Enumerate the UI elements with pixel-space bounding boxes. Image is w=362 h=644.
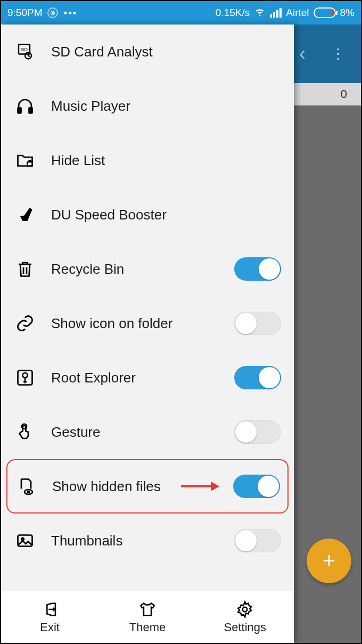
svg-point-7 bbox=[23, 373, 28, 378]
gear-icon bbox=[236, 600, 254, 618]
menu-label: Thumbnails bbox=[51, 533, 219, 549]
menu-item-root-explorer[interactable]: Root Explorer bbox=[1, 350, 294, 405]
theme-label: Theme bbox=[129, 621, 166, 634]
folder-lock-icon bbox=[14, 149, 36, 172]
menu-item-show-hidden-files[interactable]: Show hidden files bbox=[6, 459, 289, 513]
svg-point-10 bbox=[28, 491, 29, 493]
menu-item-sd-card[interactable]: SD SD Card Analyst bbox=[1, 25, 294, 79]
svg-rect-11 bbox=[18, 535, 32, 547]
annotation-arrow bbox=[181, 482, 219, 491]
battery-icon bbox=[314, 7, 336, 18]
exit-label: Exit bbox=[40, 621, 60, 634]
svg-point-13 bbox=[243, 607, 248, 612]
image-icon bbox=[14, 529, 36, 552]
menu-item-thumbnails[interactable]: Thumbnails bbox=[1, 513, 294, 568]
menu-label: Show icon on folder bbox=[51, 315, 219, 332]
kebab-menu-icon[interactable]: ⋮ bbox=[331, 52, 345, 56]
svg-rect-3 bbox=[18, 108, 21, 113]
notification-icon: ⊗ bbox=[47, 7, 58, 18]
menu-item-recycle-bin[interactable]: Recycle Bin bbox=[1, 242, 294, 296]
menu-label: DU Speed Booster bbox=[51, 207, 281, 223]
exit-icon bbox=[41, 600, 59, 618]
menu-item-hide-list[interactable]: Hide List bbox=[1, 133, 294, 188]
toggle-recycle-bin[interactable] bbox=[234, 257, 281, 281]
key-square-icon bbox=[14, 366, 36, 389]
network-speed: 0.15K/s bbox=[216, 7, 250, 19]
sd-card-icon: SD bbox=[14, 40, 36, 63]
status-time: 9:50PM bbox=[7, 7, 42, 19]
wifi-icon bbox=[254, 6, 266, 20]
headphones-icon bbox=[14, 95, 36, 117]
svg-rect-5 bbox=[28, 162, 32, 166]
menu-label: Recycle Bin bbox=[51, 261, 219, 278]
menu-item-speed-booster[interactable]: DU Speed Booster bbox=[1, 188, 294, 242]
chevron-left-icon[interactable]: ‹ bbox=[299, 43, 306, 65]
toggle-show-icon-folder[interactable] bbox=[234, 312, 281, 335]
toggle-gesture[interactable] bbox=[234, 420, 281, 444]
tshirt-icon bbox=[138, 600, 157, 618]
svg-rect-4 bbox=[29, 108, 32, 113]
status-dots-icon: ••• bbox=[63, 7, 77, 19]
signal-icon bbox=[270, 8, 282, 18]
toggle-root-explorer[interactable] bbox=[234, 366, 281, 389]
menu-label: Gesture bbox=[51, 424, 219, 441]
menu-item-show-icon-folder[interactable]: Show icon on folder bbox=[1, 296, 294, 350]
exit-button[interactable]: Exit bbox=[1, 591, 98, 643]
menu-label: Hide List bbox=[51, 152, 281, 169]
theme-button[interactable]: Theme bbox=[98, 591, 196, 643]
toggle-thumbnails[interactable] bbox=[234, 529, 281, 552]
menu-label: Root Explorer bbox=[51, 370, 219, 386]
drawer-bottom-bar: Exit Theme Settings bbox=[1, 591, 294, 643]
file-eye-icon bbox=[15, 475, 37, 498]
menu-label: SD Card Analyst bbox=[51, 44, 281, 60]
side-drawer: SD SD Card Analyst Music Player Hide Lis… bbox=[1, 25, 294, 643]
menu-label: Music Player bbox=[51, 98, 281, 115]
fab-add-button[interactable]: + bbox=[307, 539, 351, 583]
battery-pct: 8% bbox=[340, 7, 355, 19]
svg-point-8 bbox=[22, 424, 27, 429]
count-value: 0 bbox=[341, 87, 347, 101]
carrier-label: Airtel bbox=[286, 7, 309, 19]
settings-button[interactable]: Settings bbox=[196, 591, 294, 643]
gesture-icon bbox=[14, 421, 36, 443]
svg-text:SD: SD bbox=[21, 47, 28, 52]
broom-icon bbox=[14, 203, 36, 226]
settings-label: Settings bbox=[224, 621, 267, 634]
menu-item-gesture[interactable]: Gesture bbox=[1, 405, 294, 459]
link-icon bbox=[14, 312, 36, 335]
trash-icon bbox=[14, 258, 36, 280]
toggle-show-hidden-files[interactable] bbox=[233, 475, 280, 498]
status-bar: 9:50PM ⊗ ••• 0.15K/s Airtel 8% bbox=[1, 1, 361, 25]
menu-item-music[interactable]: Music Player bbox=[1, 79, 294, 133]
